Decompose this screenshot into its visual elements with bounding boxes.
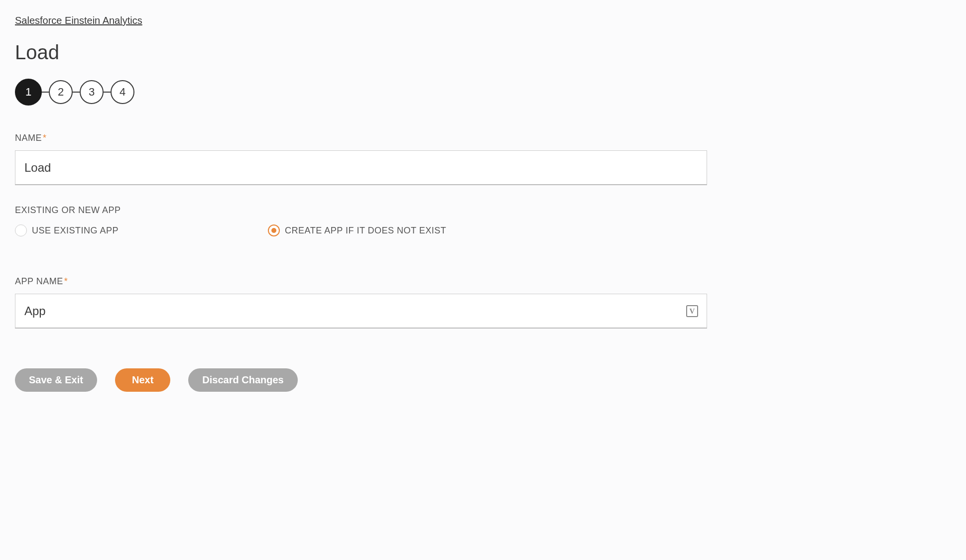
- step-3[interactable]: 3: [80, 80, 104, 104]
- radio-circle-icon: [268, 224, 280, 236]
- app-name-input[interactable]: [15, 294, 707, 329]
- radio-use-existing-label: USE EXISTING APP: [32, 225, 119, 236]
- radio-use-existing[interactable]: USE EXISTING APP: [15, 224, 119, 236]
- app-mode-group: EXISTING OR NEW APP USE EXISTING APP CRE…: [15, 205, 951, 236]
- step-1[interactable]: 1: [15, 79, 42, 106]
- next-button[interactable]: Next: [115, 368, 170, 392]
- name-label: NAME*: [15, 133, 951, 143]
- step-connector: [42, 92, 49, 93]
- app-name-label: APP NAME*: [15, 276, 951, 287]
- step-connector: [73, 92, 80, 93]
- breadcrumb-link[interactable]: Salesforce Einstein Analytics: [15, 15, 142, 26]
- discard-button[interactable]: Discard Changes: [188, 368, 297, 392]
- step-4[interactable]: 4: [111, 80, 134, 104]
- app-name-label-text: APP NAME: [15, 276, 63, 286]
- required-marker: *: [64, 276, 68, 286]
- app-name-input-wrapper: V: [15, 294, 707, 329]
- app-mode-label: EXISTING OR NEW APP: [15, 205, 951, 216]
- name-input[interactable]: [15, 150, 707, 185]
- radio-circle-icon: [15, 224, 27, 236]
- step-connector: [104, 92, 111, 93]
- name-label-text: NAME: [15, 133, 42, 143]
- step-indicator: 1 2 3 4: [15, 79, 951, 106]
- radio-create-app[interactable]: CREATE APP IF IT DOES NOT EXIST: [268, 224, 446, 236]
- app-name-field-group: APP NAME* V: [15, 276, 951, 329]
- name-field-group: NAME*: [15, 133, 951, 185]
- required-marker: *: [43, 133, 47, 143]
- app-mode-radio-row: USE EXISTING APP CREATE APP IF IT DOES N…: [15, 224, 951, 236]
- action-buttons: Save & Exit Next Discard Changes: [15, 368, 951, 392]
- step-2[interactable]: 2: [49, 80, 73, 104]
- radio-dot-icon: [271, 228, 276, 233]
- save-exit-button[interactable]: Save & Exit: [15, 368, 97, 392]
- variable-icon[interactable]: V: [686, 305, 698, 317]
- radio-create-app-label: CREATE APP IF IT DOES NOT EXIST: [285, 225, 446, 236]
- page-title: Load: [15, 41, 951, 64]
